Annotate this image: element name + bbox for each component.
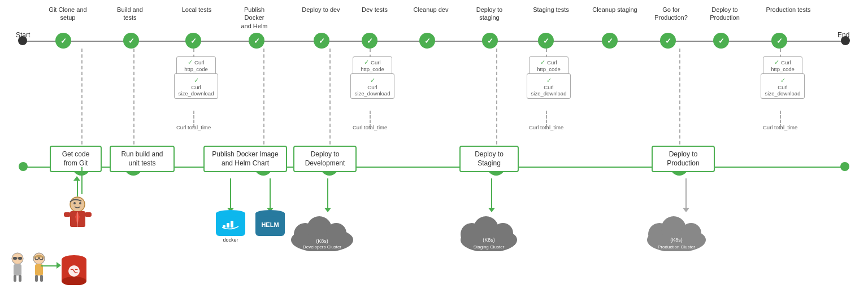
test-prod-total: Curl total_time [763,124,797,130]
node-local-tests [185,33,201,49]
svg-text:Developers Cluster: Developers Cluster [303,244,341,250]
test-box-prod-download: ✓Curlsize_download [761,73,805,99]
stage-cleanup-staging: Cleanup staging [592,6,637,14]
svg-point-22 [73,202,76,204]
node-git-clone [55,33,71,49]
svg-rect-31 [18,257,22,260]
test-local-total: Curl total_time [176,124,211,130]
stage-go-production: Go forProduction? [653,6,689,22]
node-prod-tests [771,33,787,49]
node-build-tests [123,33,139,49]
cloud-dev: (K8s) Developers Cluster [288,212,356,251]
dashed-circle-5 [496,49,497,150]
arrow-publish-helm [267,178,274,212]
svg-rect-35 [19,275,21,282]
arrow-publish-docker [227,178,234,212]
node-cleanup-dev [419,33,435,49]
node-dev-tests [362,33,377,49]
test-staging-total: Curl total_time [529,124,563,130]
step-get-code: Get codefrom Git [50,146,102,172]
arrow-deploy-staging [488,178,495,212]
arrow-deploy-dev [324,178,331,212]
arrowhead-jenkins [73,176,80,181]
jenkins-figure [62,196,93,233]
svg-rect-34 [14,275,16,282]
svg-point-18 [681,223,701,243]
step-deploy-prod: Deploy toProduction [652,146,715,172]
test-box-dev-http: ✓ Curl http_code [353,56,392,75]
stage-build-tests: Build and tests [110,6,150,22]
svg-point-6 [326,223,346,243]
people-group [9,252,47,283]
end-endpoint [841,36,850,45]
step-publish-docker: Publish Docker Imageand Helm Chart [203,146,287,172]
test-box-local-download: ✓Curlsize_download [174,73,218,99]
stage-deploy-prod: Deploy toProduction [706,6,743,22]
node-deploy-staging [482,33,498,49]
node-cleanup-staging [602,33,618,49]
cloud-production: (K8s) Production Cluster [644,212,709,251]
step-run-build: Run build andunit tests [110,146,175,172]
stage-git-clone: Git Clone andsetup [48,6,88,22]
bottom-end-dot [840,162,849,171]
vert-git-line [81,167,83,194]
step-deploy-staging: Deploy toStaging [459,146,519,172]
test-box-staging-http: ✓ Curl http_code [529,56,568,75]
dashed-circle-4 [329,49,331,150]
test-box-prod-http: ✓ Curl http_code [763,56,802,75]
git-repo: ⌥ [60,254,88,287]
stage-publish-docker: Publish Dockerand Helm [235,6,274,30]
stage-cleanup-dev: Cleanup dev [413,6,449,14]
arrow-jenkins-up [77,178,78,196]
stage-dev-tests: Dev tests [358,6,392,14]
svg-text:(K8s): (K8s) [316,238,328,244]
svg-rect-27 [85,212,92,217]
bottom-start-dot [19,162,28,171]
stage-staging-tests: Staging tests [531,6,571,14]
node-staging-tests [538,33,554,49]
svg-text:Production Cluster: Production Cluster [658,244,695,250]
cloud-staging: (K8s) Staging Cluster [458,212,520,251]
test-box-dev-download: ✓Curlsize_download [350,73,394,99]
stage-prod-tests: Production tests [766,6,811,14]
svg-rect-1 [227,223,229,228]
test-dev-total: Curl total_time [353,124,387,130]
node-deploy-prod [713,33,729,49]
docker-icon: docker [216,210,245,243]
svg-text:⌥: ⌥ [70,267,78,275]
node-deploy-dev [314,33,329,49]
dashed-circle-2 [133,49,134,150]
svg-rect-42 [40,275,43,282]
stage-deploy-staging: Deploy to staging [467,6,512,22]
start-endpoint [18,36,27,45]
dashed-circle-1 [81,49,83,150]
svg-rect-41 [35,275,38,282]
dashed-circle-3 [263,49,264,150]
svg-point-23 [79,202,81,204]
node-go-production [660,33,676,49]
test-box-staging-download: ✓Curlsize_download [527,73,571,99]
svg-rect-2 [231,221,233,228]
stage-deploy-dev: Deploy to dev [301,6,341,14]
svg-text:Staging Cluster: Staging Cluster [474,244,505,250]
node-publish-docker [249,33,264,49]
helm-icon: HELM [255,210,285,237]
svg-rect-33 [14,264,21,276]
test-box-local-http: ✓ Curl http_code [176,56,216,75]
svg-rect-0 [223,225,225,228]
pipeline-diagram: Start End Git Clone andsetup Build and t… [0,0,868,306]
svg-text:(K8s): (K8s) [670,237,683,243]
svg-text:(K8s): (K8s) [483,237,495,243]
stage-local-tests: Local tests [180,6,214,14]
svg-rect-30 [13,257,17,260]
svg-rect-26 [64,212,71,217]
dashed-circle-6 [679,49,680,150]
arrow-deploy-prod [683,178,689,212]
svg-point-12 [493,223,513,243]
step-deploy-dev: Deploy toDevelopment [293,146,357,172]
